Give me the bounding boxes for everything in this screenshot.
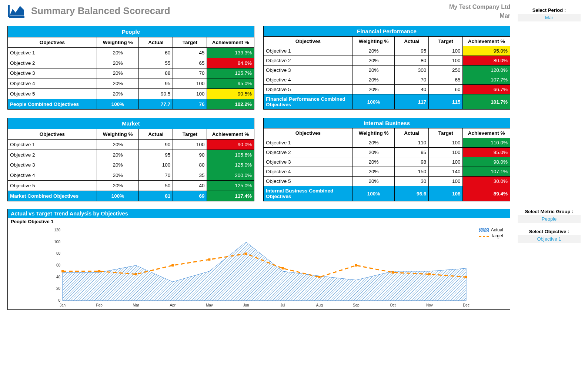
cell-achievement: 30.0%: [463, 177, 510, 186]
chart-title: Actual vs Target Trend Analysis by Objec…: [8, 209, 510, 218]
svg-text:Aug: Aug: [316, 303, 323, 307]
cell-target: 60: [429, 85, 463, 94]
table-row: Objective 220%8010080.0%: [264, 56, 510, 66]
cell-obj: Objective 3: [264, 66, 353, 75]
cell-target: 100: [429, 148, 463, 157]
cell-target: 250: [429, 66, 463, 75]
cell-weight: 20%: [97, 139, 138, 150]
svg-rect-10: [61, 270, 64, 272]
scorecard-table: Financial PerformanceObjectivesWeighting…: [263, 26, 510, 110]
cell-weight: 100%: [97, 99, 138, 110]
col-weight: Weighting %: [97, 37, 138, 48]
cell-actual: 81: [139, 191, 173, 201]
cell-actual: 70: [139, 170, 173, 181]
svg-text:Feb: Feb: [96, 303, 103, 307]
cell-obj: Objective 2: [8, 58, 97, 68]
legend-swatch-actual: [479, 228, 489, 232]
col-ach: Achievement %: [463, 37, 510, 46]
col-obj: Objectives: [8, 37, 97, 48]
cell-weight: 20%: [353, 157, 394, 167]
cell-achievement: 89.4%: [463, 186, 510, 201]
cell-weight: 20%: [97, 58, 138, 68]
scorecard-grid: PeopleObjectivesWeighting %ActualTargetA…: [7, 26, 510, 201]
svg-text:Jun: Jun: [243, 303, 249, 307]
cell-obj: Objective 4: [264, 75, 353, 85]
svg-rect-15: [245, 252, 247, 255]
trend-chart-box: Actual vs Target Trend Analysis by Objec…: [7, 209, 510, 310]
col-target: Target: [173, 129, 207, 140]
cell-achievement: 101.7%: [463, 94, 510, 110]
page-title: Summary Balanced Scorecard: [31, 5, 170, 17]
table-row: Objective 220%556584.6%: [8, 58, 254, 68]
cell-target: 40: [173, 181, 207, 191]
svg-rect-13: [171, 264, 174, 267]
cell-achievement: 98.0%: [463, 157, 510, 167]
legend-swatch-target: [479, 236, 489, 237]
col-actual: Actual: [139, 129, 173, 140]
svg-text:Apr: Apr: [170, 303, 176, 307]
cell-obj: Internal Business Combined Objectives: [264, 186, 353, 201]
cell-obj: Objective 2: [264, 148, 353, 157]
cell-actual: 117: [395, 94, 429, 110]
cell-obj: Objective 1: [264, 46, 353, 56]
col-actual: Actual: [395, 37, 429, 46]
svg-text:Nov: Nov: [426, 303, 433, 307]
cell-target: 80: [173, 160, 207, 170]
cell-target: 35: [173, 170, 207, 181]
cell-actual: 98: [395, 157, 429, 167]
table-row: Objective 320%300250120.0%: [264, 66, 510, 75]
trend-chart: 020406080100120JanFebMarAprMayJunJulAugS…: [11, 227, 506, 308]
table-row: Objective 420%7035200.0%: [8, 170, 254, 181]
cell-target: 65: [429, 75, 463, 85]
cell-achievement: 66.7%: [463, 85, 510, 94]
table-row: Objective 520%406066.7%: [264, 85, 510, 94]
cell-obj: Objective 2: [264, 56, 353, 66]
quadrant-title: Internal Business: [264, 118, 510, 128]
cell-actual: 50: [139, 181, 173, 191]
combined-row: Financial Performance Combined Objective…: [264, 94, 510, 110]
cell-actual: 150: [395, 167, 429, 177]
cell-target: 70: [173, 68, 207, 78]
cell-target: 65: [173, 58, 207, 68]
cell-achievement: 125.0%: [207, 160, 254, 170]
select-period-dropdown[interactable]: Mar: [518, 14, 581, 21]
svg-text:Oct: Oct: [390, 303, 396, 307]
cell-target: 100: [173, 89, 207, 99]
combined-row: Market Combined Objectives100%8169117.4%: [8, 191, 254, 201]
table-row: Objective 320%8870125.7%: [8, 68, 254, 78]
chart-legend: Actual Target: [479, 227, 503, 239]
svg-rect-12: [135, 273, 137, 275]
cell-actual: 95: [139, 150, 173, 160]
col-ach: Achievement %: [463, 128, 510, 138]
cell-target: 100: [429, 177, 463, 186]
col-ach: Achievement %: [207, 37, 254, 48]
cell-obj: Objective 4: [8, 170, 97, 181]
cell-actual: 88: [139, 68, 173, 78]
cell-actual: 110: [395, 138, 429, 148]
select-objective-dropdown[interactable]: Objective 1: [518, 235, 581, 243]
select-metric-group-dropdown[interactable]: People: [518, 215, 581, 223]
cell-achievement: 107.7%: [463, 75, 510, 85]
cell-achievement: 107.1%: [463, 167, 510, 177]
cell-obj: Objective 5: [264, 85, 353, 94]
cell-obj: Objective 2: [8, 150, 97, 160]
cell-actual: 77.7: [139, 99, 173, 110]
table-row: Objective 120%9510095.0%: [264, 46, 510, 56]
cell-achievement: 200.0%: [207, 170, 254, 181]
col-obj: Objectives: [264, 128, 353, 138]
cell-obj: Objective 4: [8, 78, 97, 89]
cell-achievement: 120.0%: [463, 66, 510, 75]
cell-obj: Objective 1: [8, 47, 97, 58]
cell-actual: 30: [395, 177, 429, 186]
cell-actual: 95: [139, 78, 173, 89]
cell-actual: 96.6: [395, 186, 429, 201]
cell-target: 100: [429, 157, 463, 167]
col-ach: Achievement %: [207, 129, 254, 140]
cell-weight: 20%: [353, 167, 394, 177]
cell-obj: Objective 5: [264, 177, 353, 186]
svg-rect-11: [98, 270, 100, 272]
cell-weight: 20%: [353, 66, 394, 75]
svg-text:Jul: Jul: [280, 303, 285, 307]
table-row: Objective 320%9810098.0%: [264, 157, 510, 167]
table-row: Objective 520%3010030.0%: [264, 177, 510, 186]
